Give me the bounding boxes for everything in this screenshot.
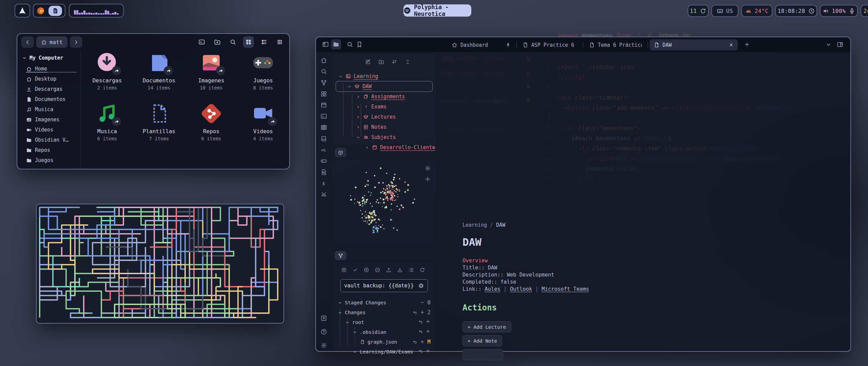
sidebar-item-home[interactable]: Home	[26, 64, 80, 74]
forward-button[interactable]	[70, 36, 82, 48]
stage-icon[interactable]	[420, 339, 425, 344]
check-button[interactable]	[352, 267, 358, 273]
folder-documentos[interactable]: Documentos 14 items	[133, 52, 185, 90]
tab-daw[interactable]: DAW	[650, 39, 738, 50]
tray-updates[interactable]: 11	[688, 5, 709, 17]
sidebar-group[interactable]: My Computer	[22, 55, 80, 61]
locate-icon[interactable]	[425, 176, 431, 182]
sidebar-item-imagenes[interactable]: Imagenes	[26, 115, 80, 125]
folder-videos[interactable]: Videos 4 items	[237, 102, 289, 141]
plus-circle-button[interactable]	[363, 267, 369, 273]
tree-item-subjects[interactable]: Subjects	[356, 133, 396, 142]
sidebar-item-descargas[interactable]: Descargas	[26, 84, 80, 94]
compact-view-button[interactable]	[274, 36, 285, 48]
tab-dashboard[interactable]: Dashboard	[448, 39, 515, 50]
discard-icon[interactable]	[418, 329, 423, 334]
bookmark-button[interactable]	[356, 41, 363, 48]
ribbon-git-fork-icon[interactable]	[320, 79, 327, 86]
search-button[interactable]	[228, 36, 238, 48]
link-aules[interactable]: Aules	[485, 286, 500, 292]
ribbon-table-icon[interactable]	[320, 124, 327, 131]
folder-plantillas[interactable]: Plantillas 7 items	[133, 102, 185, 141]
unstage-all-icon[interactable]	[420, 300, 425, 305]
breadcrumb-part[interactable]: DAW	[496, 222, 505, 228]
tree-item-learning[interactable]: Learning	[338, 72, 378, 81]
git-row-learning-daw-exams[interactable]: Learning/DAW/Exams	[353, 347, 413, 356]
edit-button[interactable]	[365, 59, 371, 65]
sidebar-item-obsidianv[interactable]: Obsidian V…	[26, 135, 80, 145]
folder-button[interactable]	[331, 39, 341, 49]
sidebar-item-documentos[interactable]: Documentos	[26, 94, 80, 104]
bases-tab-button[interactable]	[335, 148, 347, 157]
folder-imagenes[interactable]: Imagenes 10 items	[185, 52, 237, 90]
dock-pill[interactable]	[33, 4, 65, 18]
sort-button[interactable]	[392, 59, 397, 65]
discard-icon[interactable]	[418, 349, 423, 353]
sidebar-item-desktop[interactable]: Desktop	[26, 74, 80, 84]
firefox-icon[interactable]	[36, 6, 45, 15]
git-row-root[interactable]: root	[345, 318, 364, 327]
stage-icon[interactable]	[426, 329, 431, 334]
download-tray-button[interactable]	[397, 267, 403, 273]
sidebar-item-juegos[interactable]: Juegos	[26, 155, 80, 165]
discard-icon[interactable]	[413, 310, 417, 315]
sidebar-item-videos[interactable]: Videos	[26, 125, 80, 135]
stage-icon[interactable]	[426, 319, 431, 324]
collapse-button[interactable]	[405, 59, 411, 65]
ribbon-file-search-icon[interactable]	[320, 169, 327, 176]
tree-item-daw[interactable]: DAW	[347, 82, 372, 91]
sidebar-right-button[interactable]	[837, 41, 843, 48]
sidebar-left-button[interactable]	[322, 41, 329, 48]
git-row-changes[interactable]: Changes	[338, 308, 366, 317]
active-app-chip[interactable]	[48, 6, 62, 16]
commit-up-button[interactable]	[341, 267, 347, 273]
breadcrumb[interactable]: matt	[36, 36, 67, 48]
ribbon-calendar-icon[interactable]	[320, 102, 327, 108]
link-outlook[interactable]: Outlook	[510, 286, 532, 292]
ribbon-gamepad-icon[interactable]	[320, 158, 327, 164]
git-row-graph.json[interactable]: graph.json	[360, 338, 397, 346]
git-row-.obsidian[interactable]: .obsidian	[353, 328, 387, 337]
tray-volume[interactable]: 100%	[820, 5, 858, 17]
button-clipped[interactable]	[462, 349, 503, 360]
gear-icon[interactable]	[425, 165, 431, 171]
list-button[interactable]	[408, 267, 414, 273]
stage-icon[interactable]	[420, 310, 425, 315]
folder-juegos[interactable]: Juegos 8 items	[237, 52, 289, 90]
tray-notifications[interactable]: 24	[861, 5, 868, 17]
tree-item-assignments[interactable]: Assignments	[356, 92, 405, 101]
tree-item-lectures[interactable]: Lectures	[356, 113, 396, 121]
search-button[interactable]	[347, 41, 353, 48]
button--add-lecture[interactable]: + Add Lecture	[462, 321, 511, 332]
ribbon-swords-icon[interactable]	[320, 191, 327, 198]
ribbon-gear-icon[interactable]	[320, 342, 327, 349]
git-row-staged-changes[interactable]: Staged Changes	[338, 298, 386, 307]
list-view-button[interactable]	[259, 36, 270, 48]
ribbon-home-icon[interactable]	[320, 57, 327, 64]
tray-clock[interactable]: 18:08:28	[775, 5, 817, 17]
ribbon-terminal-icon[interactable]: $_	[320, 113, 327, 120]
link-microsoft-teams[interactable]: Microsoft Teams	[541, 286, 589, 292]
pin-icon[interactable]	[506, 42, 511, 47]
chevron-down-button[interactable]	[825, 41, 832, 48]
button--add-note[interactable]: + Add Note	[462, 335, 502, 346]
media-pill[interactable]: Polyphia - Neurotica	[403, 4, 471, 17]
folder-repos[interactable]: Repos 6 items	[185, 102, 237, 141]
tab-asp-practice-6[interactable]: ASP Practice 6	[518, 39, 581, 50]
ribbon-search-icon[interactable]	[320, 68, 327, 75]
folder-musica[interactable]: Musica 6 items	[81, 102, 133, 141]
ribbon-dollar-icon[interactable]: $	[320, 180, 327, 187]
grid-view-button[interactable]	[243, 36, 254, 48]
back-button[interactable]	[21, 36, 34, 48]
breadcrumb-part[interactable]: Learning	[462, 222, 487, 228]
sidebar-item-musica[interactable]: Musica	[26, 104, 80, 115]
ribbon-vault-icon[interactable]	[320, 315, 327, 322]
tray-keyboard-layout[interactable]: US	[711, 5, 738, 17]
upload-button[interactable]	[386, 267, 392, 273]
stage-icon[interactable]	[426, 348, 431, 353]
tree-item-desarrollo-cliente[interactable]: Desarrollo-Cliente	[365, 143, 435, 152]
close-icon[interactable]	[729, 42, 734, 47]
terminal-button[interactable]: $_	[196, 36, 207, 48]
minus-circle-button[interactable]	[375, 267, 380, 273]
clear-message-icon[interactable]	[418, 283, 424, 289]
